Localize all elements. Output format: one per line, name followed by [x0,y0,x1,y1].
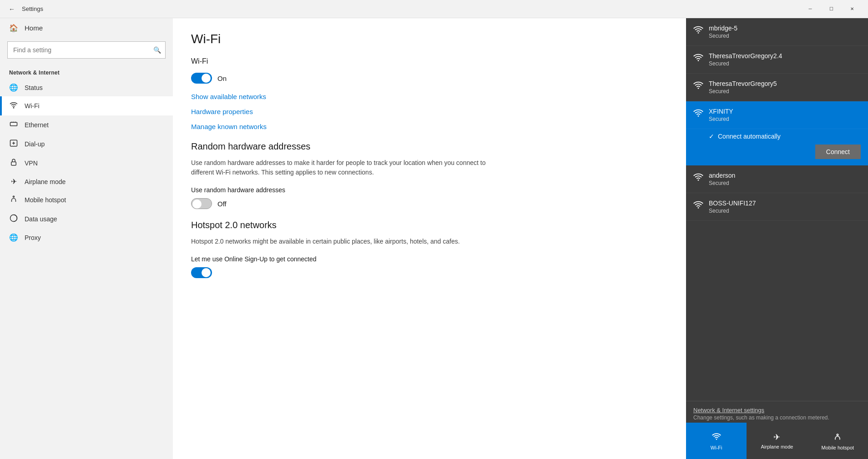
svg-point-8 [698,88,699,89]
minimize-button[interactable]: ─ [800,0,821,18]
hotspot-btn-label: Mobile hotspot [822,445,854,450]
wifi-network-info: TheresaTrevorGregory5 Secured [709,80,861,95]
wifi-network-status: Secured [709,60,861,67]
connect-button[interactable]: Connect [815,145,861,159]
page-title: Wi-Fi [191,32,668,46]
mobilehotspot-bottom-icon [833,432,842,443]
proxy-icon: 🌐 [9,233,18,242]
random-hw-toggle[interactable] [191,198,212,209]
window-controls: ─ ☐ ✕ [800,0,863,18]
wifi-btn-label: Wi-Fi [711,445,722,450]
svg-point-4 [13,196,15,197]
close-icon: ✕ [850,6,854,11]
svg-rect-1 [10,122,17,126]
wifi-network-name: TheresaTrevorGregory5 [709,80,861,87]
checkmark-icon: ✓ [709,133,714,140]
svg-point-6 [698,32,699,34]
wifi-signal-icon [693,80,703,90]
wifi-network-info: XFINITY Secured [709,108,861,122]
wifi-toggle-label: On [217,75,227,82]
wifi-network-name: BOSS-UNIFI127 [709,200,861,207]
sidebar-item-hotspot[interactable]: Mobile hotspot [0,190,173,210]
wifi-network-mbridge5[interactable]: mbridge-5 Secured [686,18,868,46]
main-layout: 🏠 Home 🔍 Network & Internet 🌐 Status Wi-… [0,18,868,459]
wifi-network-status: Secured [709,116,861,122]
connect-auto-row[interactable]: ✓ Connect automatically [686,129,868,142]
app-title: Settings [22,5,43,12]
sidebar-item-label: Data usage [25,215,57,223]
restore-button[interactable]: ☐ [821,0,842,18]
wifi-network-status: Secured [709,33,861,39]
connect-auto-label: Connect automatically [718,133,781,140]
dialup-icon [9,139,18,149]
content-area: Wi-Fi Wi-Fi On Show available networks H… [173,18,686,459]
wifi-nav-icon [9,101,18,111]
settings-link-title: Network & Internet settings [693,407,861,414]
wifi-network-theresa5[interactable]: TheresaTrevorGregory5 Secured [686,74,868,101]
hardware-props-link[interactable]: Hardware properties [191,108,668,115]
show-networks-link[interactable]: Show available networks [191,93,668,100]
back-icon: ← [9,5,15,13]
wifi-network-list: mbridge-5 Secured TheresaTrevorGregory2.… [686,18,868,401]
wifi-network-status: Secured [709,208,861,214]
sidebar-item-label: VPN [25,160,38,167]
sidebar-home-button[interactable]: 🏠 Home [0,18,173,38]
hotspot-signup-toggle[interactable] [191,267,212,278]
titlebar: ← Settings ─ ☐ ✕ [0,0,868,18]
sidebar-item-status[interactable]: 🌐 Status [0,79,173,96]
sidebar-item-label: Wi-Fi [25,102,40,110]
wifi-network-xfinity[interactable]: XFINITY Secured [686,101,868,129]
network-settings-link[interactable]: Network & Internet settings Change setti… [686,401,868,423]
sidebar-item-dialup[interactable]: Dial-up [0,135,173,154]
sidebar-item-label: Status [25,84,43,91]
sidebar-item-label: Proxy [25,234,41,241]
svg-point-11 [698,207,699,209]
wifi-network-anderson[interactable]: anderson Secured [686,165,868,193]
wifi-network-name: XFINITY [709,108,861,115]
wifi-signal-icon [693,108,703,118]
sidebar-item-label: Airplane mode [25,178,66,185]
sidebar-search-container: 🔍 [7,41,166,59]
sidebar-item-vpn[interactable]: VPN [0,154,173,173]
wifi-network-name: TheresaTrevorGregory2.4 [709,52,861,60]
wifi-network-theresa24[interactable]: TheresaTrevorGregory2.4 Secured [686,46,868,74]
wifi-signal-icon [693,172,703,182]
wifi-panel: mbridge-5 Secured TheresaTrevorGregory2.… [686,18,868,459]
airplane-panel-button[interactable]: ✈ Airplane mode [747,423,807,459]
sidebar-item-datausage[interactable]: Data usage [0,210,173,229]
wifi-toggle[interactable] [191,73,212,84]
wifi-section-label: Wi-Fi [191,57,668,65]
connect-button-row: Connect [686,142,868,165]
wifi-panel-button[interactable]: Wi-Fi [686,423,747,459]
hotspot-signup-label: Let me use Online Sign-Up to get connect… [191,255,668,263]
svg-rect-3 [11,162,16,165]
sidebar-item-label: Mobile hotspot [25,196,66,204]
close-button[interactable]: ✕ [842,0,863,18]
sidebar-item-label: Dial-up [25,140,45,148]
svg-point-9 [698,115,699,117]
sidebar-item-wifi[interactable]: Wi-Fi [0,96,173,115]
mobilehotspot-panel-button[interactable]: Mobile hotspot [807,423,868,459]
sidebar-item-airplane[interactable]: ✈ Airplane mode [0,173,173,190]
hotspot-icon [9,195,18,205]
wifi-network-bossunifi[interactable]: BOSS-UNIFI127 Secured [686,193,868,221]
manage-networks-link[interactable]: Manage known networks [191,123,668,130]
sidebar-section-title: Network & Internet [0,66,173,79]
wifi-network-info: TheresaTrevorGregory2.4 Secured [709,52,861,67]
wifi-network-info: anderson Secured [709,172,861,186]
sidebar-item-proxy[interactable]: 🌐 Proxy [0,229,173,246]
status-icon: 🌐 [9,83,18,92]
svg-point-12 [716,439,717,440]
random-hw-label: Use random hardware addresses [191,186,668,194]
back-button[interactable]: ← [5,3,18,15]
random-hw-description: Use random hardware addresses to make it… [191,158,500,177]
sidebar-item-ethernet[interactable]: Ethernet [0,115,173,135]
vpn-icon [9,158,18,168]
svg-point-13 [837,434,838,435]
random-hw-heading: Random hardware addresses [191,141,668,152]
wifi-bottom-icon [712,432,721,443]
hotspot-heading: Hotspot 2.0 networks [191,220,668,230]
search-input[interactable] [7,41,166,59]
wifi-network-status: Secured [709,180,861,186]
random-hw-toggle-row: Off [191,198,668,209]
